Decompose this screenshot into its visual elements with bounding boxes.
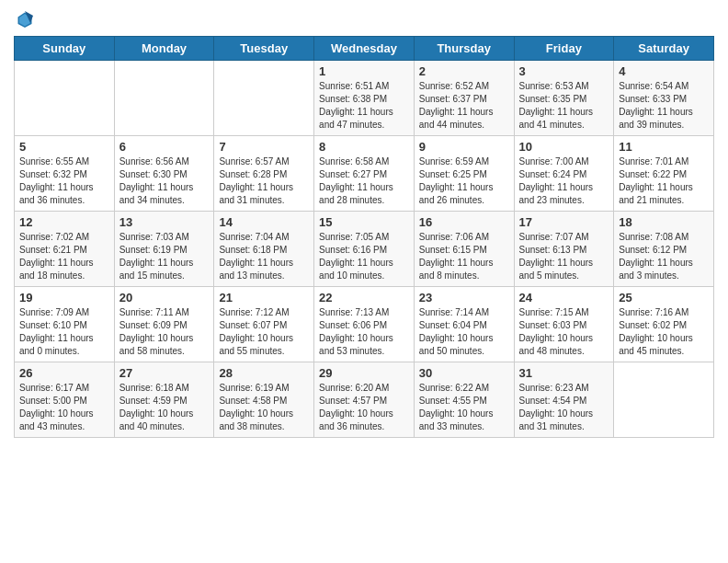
calendar-cell: 21Sunrise: 7:12 AM Sunset: 6:07 PM Dayli…	[214, 287, 314, 362]
weekday-header: Tuesday	[214, 37, 314, 61]
day-number: 28	[219, 366, 309, 380]
calendar-cell: 19Sunrise: 7:09 AM Sunset: 6:10 PM Dayli…	[15, 287, 115, 362]
day-info: Sunrise: 7:13 AM Sunset: 6:06 PM Dayligh…	[319, 306, 409, 358]
calendar-cell: 10Sunrise: 7:00 AM Sunset: 6:24 PM Dayli…	[514, 136, 614, 212]
day-info: Sunrise: 6:17 AM Sunset: 5:00 PM Dayligh…	[19, 382, 109, 433]
calendar-cell: 9Sunrise: 6:59 AM Sunset: 6:25 PM Daylig…	[414, 136, 514, 212]
day-number: 5	[19, 140, 109, 154]
calendar-week-row: 12Sunrise: 7:02 AM Sunset: 6:21 PM Dayli…	[15, 212, 714, 287]
day-number: 22	[319, 291, 409, 304]
day-info: Sunrise: 6:52 AM Sunset: 6:37 PM Dayligh…	[419, 80, 509, 132]
day-number: 11	[619, 140, 709, 154]
day-number: 27	[119, 366, 210, 380]
day-info: Sunrise: 7:05 AM Sunset: 6:16 PM Dayligh…	[319, 231, 409, 282]
calendar-cell: 2Sunrise: 6:52 AM Sunset: 6:37 PM Daylig…	[414, 61, 514, 136]
day-info: Sunrise: 6:53 AM Sunset: 6:35 PM Dayligh…	[519, 80, 609, 132]
day-info: Sunrise: 6:19 AM Sunset: 4:58 PM Dayligh…	[219, 382, 309, 433]
day-number: 20	[119, 291, 210, 304]
day-number: 10	[519, 140, 609, 154]
calendar-cell: 5Sunrise: 6:55 AM Sunset: 6:32 PM Daylig…	[15, 136, 115, 212]
calendar-table: SundayMondayTuesdayWednesdayThursdayFrid…	[14, 36, 714, 438]
day-info: Sunrise: 6:55 AM Sunset: 6:32 PM Dayligh…	[19, 155, 109, 207]
calendar-cell: 24Sunrise: 7:15 AM Sunset: 6:03 PM Dayli…	[514, 287, 614, 362]
calendar-cell: 29Sunrise: 6:20 AM Sunset: 4:57 PM Dayli…	[314, 362, 415, 438]
calendar-cell: 13Sunrise: 7:03 AM Sunset: 6:19 PM Dayli…	[114, 212, 214, 287]
calendar-cell: 30Sunrise: 6:22 AM Sunset: 4:55 PM Dayli…	[414, 362, 514, 438]
calendar-cell: 28Sunrise: 6:19 AM Sunset: 4:58 PM Dayli…	[214, 362, 314, 438]
calendar-cell	[214, 61, 314, 136]
weekday-header-row: SundayMondayTuesdayWednesdayThursdayFrid…	[15, 37, 714, 61]
day-info: Sunrise: 7:14 AM Sunset: 6:04 PM Dayligh…	[419, 306, 509, 358]
day-number: 18	[619, 215, 709, 229]
day-number: 24	[519, 291, 609, 304]
day-info: Sunrise: 7:01 AM Sunset: 6:22 PM Dayligh…	[619, 155, 709, 207]
day-number: 19	[19, 291, 109, 304]
weekday-header: Sunday	[15, 37, 115, 61]
day-number: 6	[119, 140, 210, 154]
day-info: Sunrise: 7:07 AM Sunset: 6:13 PM Dayligh…	[519, 231, 609, 282]
calendar-week-row: 5Sunrise: 6:55 AM Sunset: 6:32 PM Daylig…	[15, 136, 714, 212]
day-number: 25	[619, 291, 709, 304]
calendar-cell: 20Sunrise: 7:11 AM Sunset: 6:09 PM Dayli…	[114, 287, 214, 362]
weekday-header: Saturday	[614, 37, 714, 61]
day-number: 23	[419, 291, 509, 304]
day-info: Sunrise: 6:59 AM Sunset: 6:25 PM Dayligh…	[419, 155, 509, 207]
day-info: Sunrise: 7:11 AM Sunset: 6:09 PM Dayligh…	[119, 306, 210, 358]
calendar-cell: 7Sunrise: 6:57 AM Sunset: 6:28 PM Daylig…	[214, 136, 314, 212]
day-info: Sunrise: 7:00 AM Sunset: 6:24 PM Dayligh…	[519, 155, 609, 207]
day-number: 4	[619, 64, 709, 78]
calendar-cell: 16Sunrise: 7:06 AM Sunset: 6:15 PM Dayli…	[414, 212, 514, 287]
calendar-cell: 27Sunrise: 6:18 AM Sunset: 4:59 PM Dayli…	[114, 362, 214, 438]
day-number: 14	[219, 215, 309, 229]
day-number: 26	[19, 366, 109, 380]
day-info: Sunrise: 7:03 AM Sunset: 6:19 PM Dayligh…	[119, 231, 210, 282]
logo-icon	[16, 10, 34, 29]
calendar-cell: 4Sunrise: 6:54 AM Sunset: 6:33 PM Daylig…	[614, 61, 714, 136]
page-container: SundayMondayTuesdayWednesdayThursdayFrid…	[0, 0, 728, 447]
calendar-cell: 26Sunrise: 6:17 AM Sunset: 5:00 PM Dayli…	[15, 362, 115, 438]
weekday-header: Friday	[514, 37, 614, 61]
calendar-cell	[614, 362, 714, 438]
day-number: 17	[519, 215, 609, 229]
day-info: Sunrise: 6:56 AM Sunset: 6:30 PM Dayligh…	[119, 155, 210, 207]
day-info: Sunrise: 6:51 AM Sunset: 6:38 PM Dayligh…	[319, 80, 409, 132]
weekday-header: Wednesday	[314, 37, 415, 61]
day-number: 21	[219, 291, 309, 304]
calendar-cell: 17Sunrise: 7:07 AM Sunset: 6:13 PM Dayli…	[514, 212, 614, 287]
calendar-week-row: 26Sunrise: 6:17 AM Sunset: 5:00 PM Dayli…	[15, 362, 714, 438]
day-number: 30	[419, 366, 509, 380]
calendar-week-row: 1Sunrise: 6:51 AM Sunset: 6:38 PM Daylig…	[15, 61, 714, 136]
calendar-cell: 12Sunrise: 7:02 AM Sunset: 6:21 PM Dayli…	[15, 212, 115, 287]
day-info: Sunrise: 6:20 AM Sunset: 4:57 PM Dayligh…	[319, 382, 409, 433]
weekday-header: Monday	[114, 37, 214, 61]
day-info: Sunrise: 7:08 AM Sunset: 6:12 PM Dayligh…	[619, 231, 709, 282]
logo	[14, 9, 36, 29]
day-info: Sunrise: 6:23 AM Sunset: 4:54 PM Dayligh…	[519, 382, 609, 433]
day-info: Sunrise: 6:58 AM Sunset: 6:27 PM Dayligh…	[319, 155, 409, 207]
calendar-week-row: 19Sunrise: 7:09 AM Sunset: 6:10 PM Dayli…	[15, 287, 714, 362]
day-info: Sunrise: 7:16 AM Sunset: 6:02 PM Dayligh…	[619, 306, 709, 358]
calendar-cell: 6Sunrise: 6:56 AM Sunset: 6:30 PM Daylig…	[114, 136, 214, 212]
day-info: Sunrise: 6:18 AM Sunset: 4:59 PM Dayligh…	[119, 382, 210, 433]
header	[14, 9, 714, 29]
day-number: 31	[519, 366, 609, 380]
day-number: 16	[419, 215, 509, 229]
day-number: 7	[219, 140, 309, 154]
day-info: Sunrise: 7:12 AM Sunset: 6:07 PM Dayligh…	[219, 306, 309, 358]
calendar-cell: 18Sunrise: 7:08 AM Sunset: 6:12 PM Dayli…	[614, 212, 714, 287]
day-info: Sunrise: 7:02 AM Sunset: 6:21 PM Dayligh…	[19, 231, 109, 282]
day-number: 1	[319, 64, 409, 78]
day-info: Sunrise: 6:22 AM Sunset: 4:55 PM Dayligh…	[419, 382, 509, 433]
calendar-cell: 11Sunrise: 7:01 AM Sunset: 6:22 PM Dayli…	[614, 136, 714, 212]
calendar-cell: 22Sunrise: 7:13 AM Sunset: 6:06 PM Dayli…	[314, 287, 415, 362]
day-number: 15	[319, 215, 409, 229]
day-info: Sunrise: 7:15 AM Sunset: 6:03 PM Dayligh…	[519, 306, 609, 358]
day-number: 9	[419, 140, 509, 154]
day-info: Sunrise: 6:57 AM Sunset: 6:28 PM Dayligh…	[219, 155, 309, 207]
calendar-cell: 8Sunrise: 6:58 AM Sunset: 6:27 PM Daylig…	[314, 136, 415, 212]
calendar-cell: 14Sunrise: 7:04 AM Sunset: 6:18 PM Dayli…	[214, 212, 314, 287]
day-number: 13	[119, 215, 210, 229]
calendar-cell: 25Sunrise: 7:16 AM Sunset: 6:02 PM Dayli…	[614, 287, 714, 362]
day-number: 29	[319, 366, 409, 380]
calendar-cell: 23Sunrise: 7:14 AM Sunset: 6:04 PM Dayli…	[414, 287, 514, 362]
